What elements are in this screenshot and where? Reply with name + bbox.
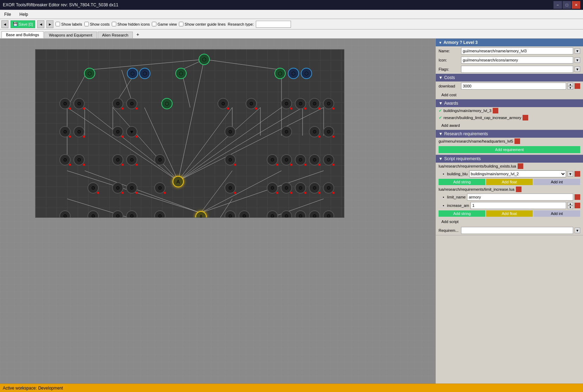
node-r1-1[interactable]: ⬡	[84, 68, 95, 79]
node-r2-6[interactable]: ⚙	[218, 98, 229, 109]
flags-dropdown-btn[interactable]: ▼	[575, 66, 580, 72]
param-dropdown-btn-1[interactable]: ▼	[568, 171, 573, 177]
node-r6-1[interactable]: ⚙	[59, 210, 71, 218]
node-r2-11[interactable]: ⚙	[323, 98, 334, 109]
award-delete-btn-1[interactable]	[493, 108, 498, 113]
node-r4-5[interactable]: ⚙	[154, 154, 166, 165]
research-type-input[interactable]	[256, 21, 291, 28]
node-r6-10[interactable]: ⚙	[295, 210, 306, 218]
node-r5-9[interactable]: ⚙	[309, 182, 320, 194]
nav-forward-button[interactable]: ►	[46, 20, 53, 28]
name-dropdown-btn[interactable]: ▼	[575, 48, 580, 54]
show-labels-checkbox[interactable]: Show labels	[56, 22, 82, 26]
node-r4-11[interactable]: ⚙	[323, 154, 334, 165]
add-float-btn-2[interactable]: Add float	[486, 210, 533, 217]
node-r4-10[interactable]: ⚙	[309, 154, 320, 165]
param-spin-down-2b[interactable]: ▼	[568, 205, 573, 209]
node-r3-7[interactable]: ⚙	[309, 126, 320, 137]
costs-collapse-triangle[interactable]: ▼	[439, 75, 443, 80]
node-r3-8[interactable]: ⚙	[323, 126, 334, 137]
script-req-triangle[interactable]: ▼	[439, 156, 443, 161]
menu-help[interactable]: Help	[17, 11, 31, 18]
tab-base-buildings[interactable]: Base and Buildings	[1, 31, 44, 38]
research-req-delete-1[interactable]	[514, 138, 520, 144]
add-int-btn-1[interactable]: Add int	[533, 179, 580, 185]
game-view-checkbox[interactable]: Game view	[152, 22, 177, 26]
node-r3-6[interactable]: ⚙	[281, 126, 292, 137]
selected-node-2[interactable]: A	[195, 211, 207, 218]
node-r5-2[interactable]: ⚙	[112, 182, 123, 194]
node-r3-1[interactable]: ⚙	[59, 126, 71, 137]
nav-back2-button[interactable]: ◄	[37, 20, 44, 28]
add-string-btn-2[interactable]: Add string	[439, 210, 485, 217]
node-r6-9[interactable]: ⚙	[281, 210, 292, 218]
icon-input[interactable]	[461, 57, 573, 64]
download-delete-btn[interactable]	[575, 83, 580, 89]
add-award-link[interactable]: Add award	[439, 123, 463, 128]
requirement-input[interactable]	[461, 227, 573, 234]
show-center-guide-input[interactable]	[179, 22, 183, 26]
show-center-guide-checkbox[interactable]: Show center guide lines	[179, 22, 226, 26]
tab-alien-research[interactable]: Alien Research	[98, 32, 133, 38]
node-r5-4[interactable]: ⚙	[154, 182, 166, 194]
add-script-link[interactable]: Add script	[439, 219, 461, 224]
menu-file[interactable]: File	[1, 11, 14, 18]
add-tab-button[interactable]: +	[134, 31, 142, 38]
node-r5-1[interactable]: ⚙	[88, 182, 99, 194]
param-delete-2b[interactable]	[575, 203, 580, 208]
download-spin-up[interactable]: ▲	[568, 83, 573, 86]
node-r5-8[interactable]: ⚙	[295, 182, 306, 194]
param-dropdown-1[interactable]: buildings/main/armory_lvl_2	[469, 170, 566, 177]
node-r5-6[interactable]: ⚙	[267, 182, 278, 194]
node-r6-6[interactable]: ⚙	[225, 210, 236, 218]
close-button[interactable]: ✕	[572, 1, 580, 9]
show-costs-checkbox[interactable]: Show costs	[84, 22, 110, 26]
script-delete-2[interactable]	[516, 187, 522, 192]
node-r2-9[interactable]: ⚙	[295, 98, 306, 109]
node-r2-10[interactable]: ⚙	[309, 98, 320, 109]
node-r6-3[interactable]: ⚙	[112, 210, 123, 218]
node-r3-2[interactable]: ⚙	[73, 126, 85, 137]
name-input[interactable]	[461, 47, 573, 54]
add-cost-link[interactable]: Add cost	[439, 92, 459, 98]
node-r3-5[interactable]: ⚙	[225, 126, 236, 137]
download-input[interactable]	[461, 83, 566, 90]
game-view-input[interactable]	[152, 22, 156, 26]
node-r4-7[interactable]: ⚙	[267, 154, 278, 165]
canvas-area[interactable]: ⬡ ⬡ ⬡ ⬡ ⬡ ⬡ ⬡ ⬡ ⚙ ⚙ ⚙ ⚙ ⬡ ⚙ ⚙ ⚙ ⚙ ⚙ ⚙ A …	[0, 39, 435, 384]
param-delete-2a[interactable]	[575, 194, 580, 200]
node-r6-5[interactable]: ⚙	[154, 210, 166, 218]
icon-dropdown-btn[interactable]: ▼	[575, 57, 580, 63]
download-spin-down[interactable]: ▼	[568, 86, 573, 90]
node-canvas[interactable]: ⬡ ⬡ ⬡ ⬡ ⬡ ⬡ ⬡ ⬡ ⚙ ⚙ ⚙ ⚙ ⬡ ⚙ ⚙ ⚙ ⚙ ⚙ ⚙ A …	[35, 49, 344, 218]
requirement-dropdown-btn[interactable]: ▼	[575, 228, 580, 233]
show-hidden-icons-input[interactable]	[112, 22, 116, 26]
node-top-green[interactable]: ⬡	[199, 54, 210, 65]
awards-collapse-triangle[interactable]: ▼	[439, 101, 443, 106]
add-float-btn-1[interactable]: Add float	[486, 179, 533, 185]
node-r2-5[interactable]: ⬡	[161, 98, 173, 109]
node-r4-9[interactable]: ⚙	[295, 154, 306, 165]
node-r1-3[interactable]: ⬡	[139, 68, 150, 79]
node-r4-1[interactable]: ⚙	[59, 154, 71, 165]
node-r6-2[interactable]: ⚙	[88, 210, 99, 218]
collapse-triangle[interactable]: ▼	[439, 41, 442, 45]
node-r2-7[interactable]: ⚙	[246, 98, 257, 109]
maximize-button[interactable]: □	[563, 1, 571, 9]
node-r1-5[interactable]: ⬡	[274, 68, 286, 79]
node-r3-3[interactable]: ⚙	[112, 126, 123, 137]
node-r2-3[interactable]: ⚙	[112, 98, 123, 109]
selected-armory-node[interactable]: A	[173, 176, 184, 187]
add-int-btn-2[interactable]: Add int	[533, 210, 580, 217]
param-value-2b[interactable]	[471, 202, 566, 209]
nav-back-button[interactable]: ◄	[1, 20, 8, 28]
save-button[interactable]: 💾 Save [0]	[11, 20, 35, 28]
node-r4-6[interactable]: ⚙	[225, 154, 236, 165]
show-labels-input[interactable]	[56, 22, 60, 26]
node-r4-8[interactable]: ⚙	[281, 154, 292, 165]
param-value-2a[interactable]	[467, 194, 573, 201]
show-costs-input[interactable]	[84, 22, 89, 26]
param-spin-up-2b[interactable]: ▲	[568, 202, 573, 205]
node-r4-4[interactable]: ⚙	[126, 154, 137, 165]
node-r4-2[interactable]: ⚙	[73, 154, 85, 165]
